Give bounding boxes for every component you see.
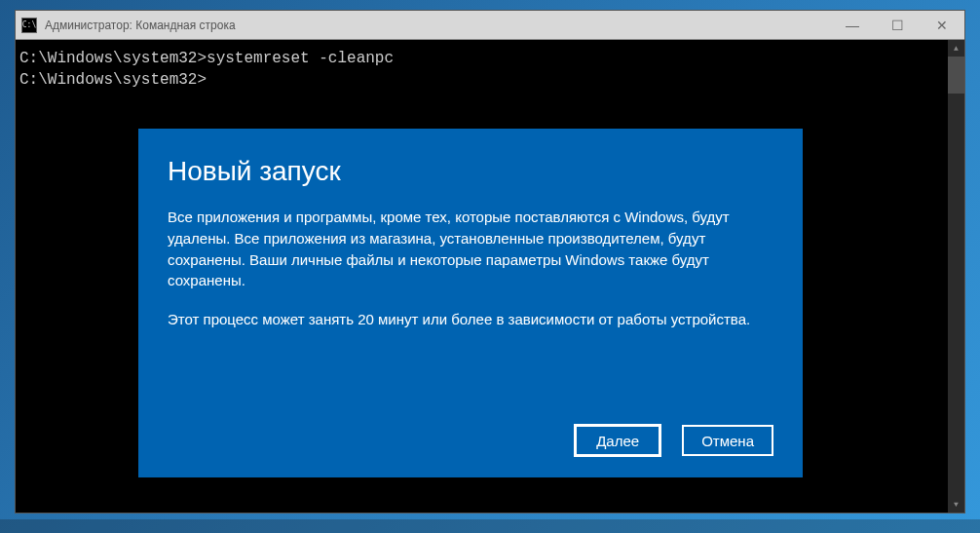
window-controls: — ☐ ✕ [830, 11, 964, 39]
cancel-button[interactable]: Отмена [682, 425, 773, 456]
next-button[interactable]: Далее [575, 425, 660, 456]
fresh-start-dialog: Новый запуск Все приложения и программы,… [138, 129, 803, 477]
scroll-up-icon[interactable]: ▲ [948, 40, 964, 57]
maximize-button[interactable]: ☐ [875, 11, 920, 39]
cmd-icon: C:\ [21, 18, 37, 33]
close-button[interactable]: ✕ [920, 11, 964, 39]
dialog-text-2: Этот процесс может занять 20 минут или б… [168, 309, 773, 330]
terminal-line: C:\Windows\system32>systemreset -cleanpc [19, 48, 961, 69]
scroll-down-icon[interactable]: ▼ [948, 496, 964, 513]
scroll-thumb[interactable] [948, 57, 964, 94]
taskbar[interactable] [0, 519, 980, 533]
dialog-title: Новый запуск [168, 156, 773, 187]
dialog-body: Все приложения и программы, кроме тех, к… [168, 207, 773, 425]
window-title: Администратор: Командная строка [45, 19, 830, 32]
terminal-line: C:\Windows\system32> [19, 69, 961, 91]
dialog-buttons: Далее Отмена [168, 425, 773, 456]
titlebar[interactable]: C:\ Администратор: Командная строка — ☐ … [16, 11, 964, 40]
minimize-button[interactable]: — [830, 11, 875, 39]
dialog-text-1: Все приложения и программы, кроме тех, к… [168, 207, 773, 291]
scrollbar[interactable]: ▲ ▼ [948, 40, 964, 513]
